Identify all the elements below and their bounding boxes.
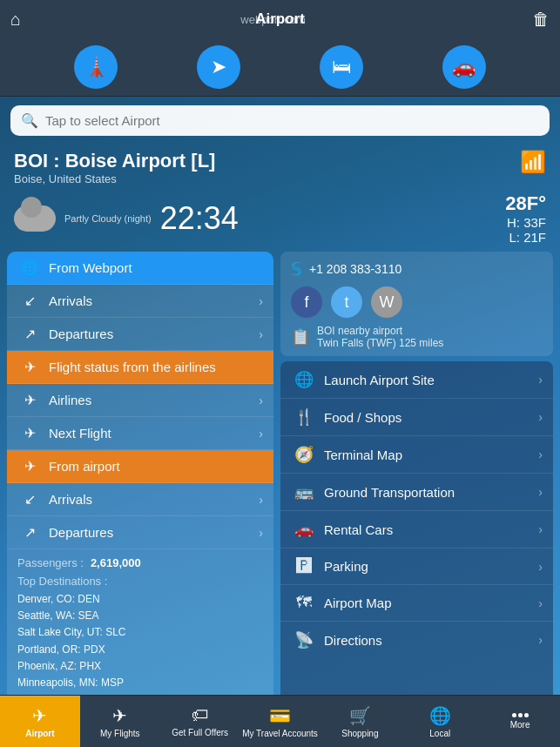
next-flight-icon: ✈ — [17, 425, 42, 441]
parking-label: Parking — [324, 559, 538, 574]
launch-site-label: Launch Airport Site — [324, 373, 538, 387]
airlines-arrow: › — [259, 394, 263, 407]
search-input[interactable] — [45, 113, 539, 128]
airport-location: Boise, United States — [14, 172, 215, 185]
service-ground-transport[interactable]: 🚌 Ground Transportation › — [280, 474, 553, 511]
search-icon: 🔍 — [21, 112, 38, 129]
left-panel: 🌐 From Webport ↙ Arrivals › ↗ Departures… — [7, 252, 273, 747]
directions-arrow: › — [538, 633, 543, 647]
parking-icon: 🅿 — [291, 557, 317, 575]
service-parking[interactable]: 🅿 Parking › — [280, 548, 553, 585]
menu-item-next-flight[interactable]: ✈ Next Flight › — [7, 417, 273, 450]
airport-tab-label: Airport — [25, 729, 54, 738]
menu-item-departures-1[interactable]: ↗ Departures › — [7, 318, 273, 351]
skype-row: 𝕊 +1 208 383-3110 — [291, 259, 543, 279]
flight-status-label: Flight status from the airlines — [49, 360, 263, 374]
dest-denver: Denver, CO: DEN — [17, 591, 263, 608]
airlines-label: Airlines — [49, 393, 259, 407]
arrivals-1-label: Arrivals — [49, 293, 259, 308]
service-terminal-map[interactable]: 🧭 Terminal Map › — [280, 436, 553, 474]
launch-site-arrow: › — [538, 373, 543, 387]
terminal-map-label: Terminal Map — [324, 448, 538, 462]
food-shops-icon: 🍴 — [291, 407, 317, 427]
menu-item-arrivals-1[interactable]: ↙ Arrivals › — [7, 285, 273, 318]
nav-plane-button[interactable]: ➤ — [197, 45, 240, 89]
airport-map-label: Airport Map — [324, 596, 538, 610]
tab-local[interactable]: 🌐 Local — [400, 696, 480, 747]
departures-1-arrow: › — [259, 327, 263, 341]
contact-info: 𝕊 +1 208 383-3110 f t W 📋 BOI nearby air… — [280, 252, 553, 356]
service-rental-cars[interactable]: 🚗 Rental Cars › — [280, 511, 553, 548]
my-travel-tab-label: My Travel Accounts — [242, 729, 318, 738]
ground-transport-icon: 🚌 — [291, 482, 317, 501]
service-launch-airport-site[interactable]: 🌐 Launch Airport Site › — [280, 361, 553, 399]
from-airport-label: From airport — [49, 459, 263, 474]
service-directions[interactable]: 📡 Directions › — [280, 622, 553, 658]
menu-item-from-webport[interactable]: 🌐 From Webport — [7, 252, 273, 285]
service-airport-map[interactable]: 🗺 Airport Map › — [280, 585, 553, 622]
menu-item-departures-2[interactable]: ↗ Departures › — [7, 516, 273, 549]
twitter-button[interactable]: t — [331, 286, 362, 318]
flight-status-icon: ✈ — [17, 359, 42, 375]
more-tab-label: More — [510, 720, 530, 730]
tab-full-offers[interactable]: 🏷 Get Full Offers — [160, 696, 240, 747]
nav-icons-row: 🗼 ➤ 🛏 🚗 — [0, 38, 560, 97]
home-icon[interactable]: ⌂ — [10, 10, 21, 30]
my-flights-tab-label: My Flights — [100, 729, 140, 738]
menu-item-airlines[interactable]: ✈ Airlines › — [7, 384, 273, 417]
service-food-shops[interactable]: 🍴 Food / Shops › — [280, 399, 553, 436]
airlines-icon: ✈ — [17, 392, 42, 408]
rental-cars-arrow: › — [538, 522, 543, 536]
more-dots-icon — [512, 713, 529, 717]
departures-1-icon: ↗ — [17, 326, 42, 342]
full-offers-tab-icon: 🏷 — [192, 705, 209, 725]
directions-icon: 📡 — [291, 630, 317, 649]
tab-more[interactable]: More — [480, 696, 560, 747]
facebook-button[interactable]: f — [291, 286, 322, 318]
nav-tower-button[interactable]: 🗼 — [74, 45, 118, 89]
next-flight-label: Next Flight — [49, 426, 259, 441]
departures-2-icon: ↗ — [17, 524, 42, 541]
wikipedia-button[interactable]: W — [371, 286, 402, 318]
passengers-value: 2,619,000 — [91, 556, 141, 569]
phone-number: +1 208 383-3110 — [309, 262, 401, 276]
weather-description: Partly Cloudy (night) — [64, 213, 152, 224]
my-travel-tab-icon: 💳 — [269, 705, 291, 726]
from-webport-label: From Webport — [49, 260, 263, 275]
arrivals-2-icon: ↙ — [17, 491, 42, 508]
search-bar[interactable]: 🔍 — [10, 105, 550, 136]
tab-bar: ✈ Airport ✈ My Flights 🏷 Get Full Offers… — [0, 695, 560, 747]
airport-name: BOI : Boise Airport [L] — [14, 150, 215, 172]
tab-shopping[interactable]: 🛒 Shopping — [320, 696, 400, 747]
temp-high: H: 33F — [505, 215, 546, 230]
webport-icon: 🌐 — [17, 259, 42, 276]
tab-my-flights[interactable]: ✈ My Flights — [80, 696, 160, 747]
menu-item-flight-status[interactable]: ✈ Flight status from the airlines — [7, 351, 273, 384]
main-content: 🌐 From Webport ↙ Arrivals › ↗ Departures… — [0, 252, 560, 747]
parking-arrow: › — [538, 560, 543, 574]
launch-site-icon: 🌐 — [291, 370, 317, 389]
rental-cars-label: Rental Cars — [324, 522, 538, 537]
airport-tab-icon: ✈ — [32, 705, 47, 726]
destinations-label: Top Destinations : — [17, 575, 263, 588]
airport-map-arrow: › — [538, 596, 543, 610]
ground-transport-arrow: › — [538, 485, 543, 499]
tab-my-travel[interactable]: 💳 My Travel Accounts — [240, 696, 320, 747]
nav-hotel-button[interactable]: 🛏 — [320, 45, 363, 89]
dest-seattle: Seattle, WA: SEA — [17, 608, 263, 624]
weather-icon — [14, 205, 56, 232]
tab-airport[interactable]: ✈ Airport — [0, 696, 80, 747]
arrivals-1-arrow: › — [259, 294, 263, 308]
skype-icon: 𝕊 — [291, 259, 302, 279]
menu-item-from-airport[interactable]: ✈ From airport — [7, 450, 273, 483]
shopping-tab-label: Shopping — [341, 729, 378, 738]
airport-info: BOI : Boise Airport [L] Boise, United St… — [0, 145, 560, 189]
menu-item-arrivals-2[interactable]: ↙ Arrivals › — [7, 483, 273, 516]
departures-2-arrow: › — [259, 526, 263, 540]
arrivals-2-label: Arrivals — [49, 492, 259, 507]
right-panel: 𝕊 +1 208 383-3110 f t W 📋 BOI nearby air… — [280, 252, 553, 747]
delete-icon[interactable]: 🗑 — [532, 10, 550, 30]
dest-minneapolis: Minneapolis, MN: MSP — [17, 675, 263, 691]
rental-cars-icon: 🚗 — [291, 520, 317, 539]
nav-car-button[interactable]: 🚗 — [442, 45, 486, 89]
